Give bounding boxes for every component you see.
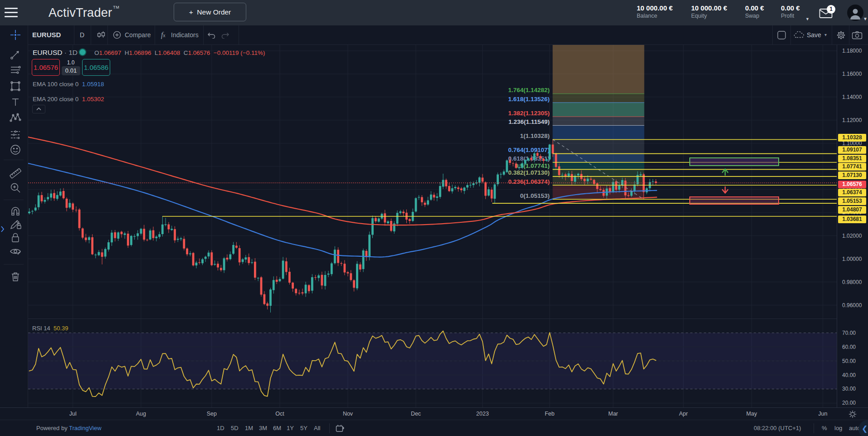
svg-text:1.764(1.14282): 1.764(1.14282) <box>508 87 550 93</box>
svg-text:1.382(1.12305): 1.382(1.12305) <box>508 110 550 117</box>
svg-text:0.5(1.07741): 0.5(1.07741) <box>515 162 550 169</box>
svg-text:0.764(1.09107): 0.764(1.09107) <box>508 147 550 153</box>
svg-text:1(1.10328): 1(1.10328) <box>520 132 550 139</box>
svg-text:0(1.05153): 0(1.05153) <box>520 192 550 199</box>
svg-text:0.382(1.07130): 0.382(1.07130) <box>508 169 550 176</box>
svg-text:1.236(1.11549): 1.236(1.11549) <box>508 118 550 125</box>
svg-text:0.236(1.06374): 0.236(1.06374) <box>508 178 550 185</box>
svg-text:1.618(1.13526): 1.618(1.13526) <box>508 96 550 103</box>
